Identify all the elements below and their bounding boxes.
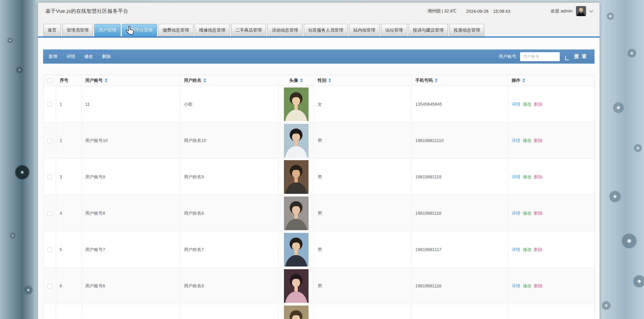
column-header-7[interactable]: 操作 (508, 75, 594, 86)
column-header-4[interactable]: 头像 (278, 75, 314, 86)
cell-index: 1 (56, 86, 82, 122)
tab-11[interactable]: 投诉与建议管理 (409, 24, 448, 36)
edit-link[interactable]: 修改 (523, 101, 532, 107)
cell-actions: 详情修改删除 (508, 304, 594, 319)
row-checkbox[interactable] (47, 175, 52, 179)
page-title: 基于Vue.js的在线智慧社区服务平台 (45, 8, 128, 14)
tab-6[interactable]: 二手商品管理 (231, 24, 266, 36)
cell-name (181, 304, 278, 319)
view-detail-link[interactable]: 详情 (512, 101, 520, 107)
cell-index: 5 (56, 232, 82, 268)
cell-account: 用户账号10 (82, 122, 181, 158)
tab-12[interactable]: 投票信息管理 (449, 24, 484, 36)
tab-9[interactable]: 站内信管理 (349, 24, 380, 36)
avatar-image (284, 87, 309, 121)
delete-link[interactable]: 删除 (534, 138, 543, 144)
edit-link[interactable]: 修改 (523, 138, 532, 144)
row-checkbox[interactable] (47, 211, 52, 216)
tab-7[interactable]: 活动信息管理 (267, 24, 302, 36)
tab-8[interactable]: 社区服务人员管理 (304, 24, 348, 36)
tab-4[interactable]: 缴费信息管理 (158, 24, 193, 36)
cell-actions: 详情修改删除 (508, 86, 594, 122)
tab-3[interactable]: 办事平台管理 (122, 24, 157, 36)
edit-link[interactable]: 修改 (523, 283, 532, 289)
row-checkbox[interactable] (47, 138, 52, 143)
cell-actions: 详情修改删除 (508, 195, 594, 231)
toolbar-button-3[interactable]: 删除 (102, 54, 111, 60)
cell-actions: 详情修改删除 (508, 232, 594, 268)
avatar-image (284, 269, 309, 303)
cell-avatar (278, 268, 314, 304)
edit-link[interactable]: 修改 (523, 174, 532, 180)
table-row: 5用户账号7用户姓名7男19819881117详情修改删除 (43, 232, 594, 268)
cell-avatar (278, 86, 314, 122)
search-input[interactable] (520, 52, 560, 61)
app-header: 基于Vue.js的在线智慧社区服务平台 潮州阴 | 32.6℃ 2024-09-… (38, 3, 600, 20)
cell-checkbox (43, 159, 56, 195)
sort-icon[interactable] (522, 78, 525, 82)
row-checkbox[interactable] (47, 284, 52, 288)
toolbar-button-2[interactable]: 修改 (84, 54, 93, 60)
delete-link[interactable]: 删除 (534, 247, 543, 253)
column-header-6[interactable]: 手机号码 (412, 75, 508, 86)
cell-gender: 男 (314, 159, 412, 195)
edit-link[interactable]: 修改 (523, 210, 532, 216)
view-detail-link[interactable]: 详情 (512, 247, 520, 253)
column-header-2[interactable]: 用户账号 (82, 75, 181, 86)
delete-link[interactable]: 删除 (534, 210, 543, 216)
avatar-image (284, 233, 309, 267)
avatar-image (284, 160, 309, 194)
tab-1[interactable]: 管理员管理 (62, 24, 93, 36)
toolbar-buttons: 新增详情修改删除 (49, 54, 120, 60)
header-checkbox[interactable] (47, 78, 52, 83)
row-checkbox[interactable] (47, 247, 52, 252)
column-label: 用户账号 (85, 77, 103, 83)
cell-actions: 详情修改删除 (508, 268, 594, 304)
delete-link[interactable]: 删除 (534, 174, 543, 180)
sort-icon[interactable] (300, 78, 303, 82)
tab-10[interactable]: 论坛管理 (381, 24, 407, 36)
table-row: 3用户账号9用户姓名9男19819881119详情修改删除 (43, 159, 594, 195)
toolbar-button-1[interactable]: 详情 (66, 54, 75, 60)
column-header-5[interactable]: 性别 (314, 75, 412, 86)
cell-phone: 19819881119 (412, 159, 508, 195)
view-detail-link[interactable]: 详情 (512, 174, 520, 180)
app-window: { "header": { "title": "基于Vue.js的在线智慧社区服… (0, 0, 644, 319)
column-label: 操作 (512, 77, 520, 83)
cell-phone: 198198811110 (412, 122, 508, 158)
tab-0[interactable]: 首页 (43, 24, 61, 36)
cell-gender: 男 (314, 232, 412, 268)
tab-2[interactable]: 用户管理 (94, 24, 121, 36)
cell-avatar (278, 232, 314, 268)
edit-link[interactable]: 修改 (523, 247, 532, 253)
cell-avatar (278, 159, 314, 195)
cell-phone: 19819881116 (412, 268, 508, 304)
delete-link[interactable]: 删除 (534, 101, 543, 107)
cell-checkbox (43, 86, 56, 122)
view-detail-link[interactable]: 详情 (512, 210, 520, 216)
sort-icon[interactable] (203, 78, 206, 82)
cell-index (56, 304, 82, 319)
search-button[interactable]: 搜 索 (572, 54, 589, 60)
toolbar-button-0[interactable]: 新增 (49, 54, 57, 60)
sort-icon[interactable] (328, 78, 331, 82)
sort-icon[interactable] (105, 78, 107, 82)
sort-icon[interactable] (435, 78, 438, 82)
delete-link[interactable]: 删除 (534, 283, 543, 289)
cell-name: 小欧 (181, 86, 278, 122)
nav-underline (38, 36, 600, 38)
column-label: 头像 (289, 77, 298, 83)
view-detail-link[interactable]: 详情 (512, 283, 520, 289)
main-container: 基于Vue.js的在线智慧社区服务平台 潮州阴 | 32.6℃ 2024-09-… (38, 3, 600, 319)
chevron-down-icon[interactable] (589, 9, 593, 12)
cell-name: 用户姓名9 (181, 159, 278, 195)
cell-checkbox (43, 232, 56, 268)
row-checkbox[interactable] (47, 102, 52, 107)
column-header-3[interactable]: 用户姓名 (181, 75, 278, 86)
user-avatar[interactable] (576, 6, 586, 16)
cell-checkbox (43, 304, 56, 319)
date-text: 2024-09-26 (466, 9, 489, 14)
tab-5[interactable]: 维修信息管理 (195, 24, 230, 36)
view-detail-link[interactable]: 详情 (512, 138, 520, 144)
cell-account: 用户账号9 (82, 159, 181, 195)
